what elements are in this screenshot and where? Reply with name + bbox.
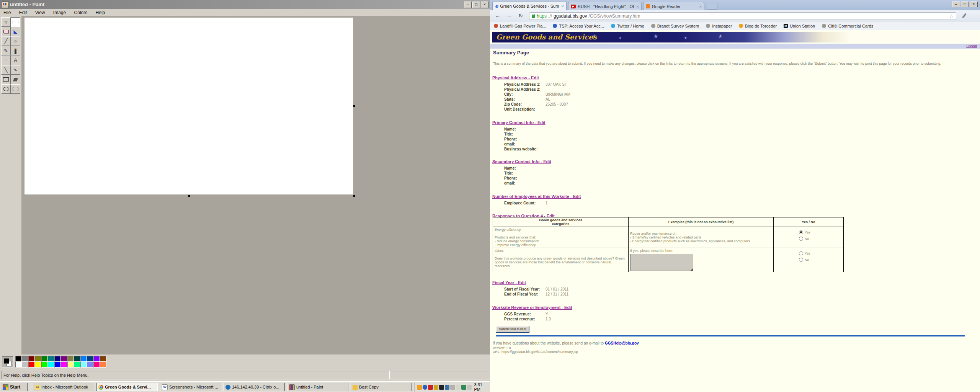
palette-color[interactable] bbox=[28, 362, 35, 368]
bookmark-instapaper[interactable]: Instapaper bbox=[706, 24, 732, 28]
palette-color[interactable] bbox=[80, 356, 87, 362]
back-button[interactable]: ← bbox=[493, 12, 502, 20]
palette-color[interactable] bbox=[41, 362, 48, 368]
help-email-link[interactable]: GGSHelp@bls.gov bbox=[605, 341, 639, 345]
paint-restore-button[interactable]: □ bbox=[472, 2, 480, 8]
palette-color[interactable] bbox=[28, 356, 35, 362]
describe-textarea[interactable]: ◢ bbox=[630, 254, 693, 271]
palette-color[interactable] bbox=[22, 356, 28, 362]
primary-contact-edit-link[interactable]: Primary Contact Info - Edit bbox=[492, 120, 546, 125]
tool-rounded-rectangle-button[interactable] bbox=[11, 84, 20, 94]
tool-fill-button[interactable]: ◣ bbox=[11, 27, 20, 36]
taskbar-clock[interactable]: 3:31 PM bbox=[474, 382, 489, 392]
menu-edit[interactable]: Edit bbox=[16, 9, 31, 16]
bookmark-star-icon[interactable]: ☆ bbox=[949, 13, 954, 19]
tray-display-icon[interactable] bbox=[445, 385, 450, 390]
worksite-revenue-edit-link[interactable]: Worksite Revenue or Employment - Edit bbox=[492, 305, 572, 310]
browser-close-button[interactable]: × bbox=[970, 2, 978, 7]
tray-reminder-icon[interactable] bbox=[417, 385, 422, 390]
canvas-resize-handle-right[interactable] bbox=[353, 105, 355, 107]
palette-color[interactable] bbox=[87, 362, 93, 368]
palette-color[interactable] bbox=[87, 356, 93, 362]
tray-messenger-icon[interactable] bbox=[423, 385, 428, 390]
fiscal-year-edit-link[interactable]: Fiscal Year - Edit bbox=[492, 280, 526, 285]
tab-youtube[interactable]: ▶ RUSH - "Headlong Flight" - Of × bbox=[568, 2, 642, 10]
taskbar-button-folder[interactable]: Best Copy bbox=[351, 383, 412, 391]
tab-green-goods[interactable]: e Green Goods & Services - Sum × bbox=[492, 1, 567, 10]
menu-view[interactable]: View bbox=[32, 9, 49, 16]
palette-color[interactable] bbox=[93, 362, 100, 368]
tool-polygon-button[interactable] bbox=[11, 75, 20, 84]
bookmark-twitter[interactable]: Twitter / Home bbox=[611, 24, 644, 28]
tool-eraser-button[interactable] bbox=[1, 27, 11, 36]
palette-color[interactable] bbox=[54, 356, 61, 362]
tool-ellipse-button[interactable] bbox=[1, 84, 11, 94]
tool-rectangle-button[interactable] bbox=[1, 75, 11, 84]
tool-brush-button[interactable] bbox=[11, 46, 20, 56]
paint-close-button[interactable]: × bbox=[481, 2, 488, 8]
tool-text-button[interactable]: A bbox=[11, 56, 20, 65]
tool-pick-color-button[interactable]: ╱ bbox=[1, 36, 11, 46]
bookmark-brandt[interactable]: Brandt Survey System bbox=[651, 24, 699, 28]
browser-minimize-button[interactable]: – bbox=[952, 2, 960, 7]
q4-row2-no-radio[interactable] bbox=[799, 258, 803, 262]
tray-volume-muted-icon[interactable] bbox=[450, 385, 455, 390]
tool-magnifier-button[interactable]: ○ bbox=[11, 36, 20, 46]
palette-color[interactable] bbox=[100, 362, 106, 368]
tray-lock-icon[interactable] bbox=[434, 385, 439, 390]
canvas-resize-handle-bottom[interactable] bbox=[188, 195, 190, 197]
start-button[interactable]: Start bbox=[1, 383, 28, 391]
employees-edit-link[interactable]: Number of Employees at this Worksite - E… bbox=[492, 194, 581, 199]
menu-colors[interactable]: Colors bbox=[71, 9, 91, 16]
menu-help[interactable]: Help bbox=[92, 9, 109, 16]
foreground-color-swatch[interactable] bbox=[4, 358, 9, 364]
wrench-menu-icon[interactable] bbox=[961, 13, 968, 19]
tool-select-button[interactable] bbox=[11, 17, 20, 27]
palette-color[interactable] bbox=[15, 356, 22, 362]
palette-color[interactable] bbox=[15, 362, 22, 368]
tool-airbrush-button[interactable]: ∴ bbox=[1, 56, 11, 65]
palette-color[interactable] bbox=[35, 362, 41, 368]
palette-color[interactable] bbox=[35, 356, 41, 362]
palette-color[interactable] bbox=[100, 356, 106, 362]
paint-canvas[interactable] bbox=[24, 18, 353, 194]
palette-color[interactable] bbox=[67, 356, 74, 362]
physical-address-edit-link[interactable]: Physical Address - Edit bbox=[492, 75, 539, 80]
bookmark-blog[interactable]: Blog do Torcedor bbox=[739, 24, 777, 28]
palette-color[interactable] bbox=[80, 362, 87, 368]
new-tab-button[interactable] bbox=[707, 3, 717, 10]
q4-row1-yes-radio[interactable] bbox=[799, 230, 803, 234]
menu-image[interactable]: Image bbox=[50, 9, 69, 16]
secondary-contact-edit-link[interactable]: Secondary Contact Info - Edit bbox=[492, 159, 551, 164]
taskbar-button-word[interactable]: W Screenshots - Microsoft ... bbox=[160, 383, 221, 391]
palette-color[interactable] bbox=[74, 362, 80, 368]
tray-pointer-icon[interactable] bbox=[467, 385, 472, 390]
palette-color[interactable] bbox=[41, 356, 48, 362]
bookmark-citi[interactable]: Citi® Commercial Cards bbox=[822, 24, 873, 28]
taskbar-button-chrome[interactable]: Green Goods & Servi... bbox=[96, 383, 158, 391]
reload-button[interactable]: ↻ bbox=[516, 12, 525, 20]
palette-color[interactable] bbox=[67, 362, 74, 368]
taskbar-button-paint[interactable]: untitled - Paint bbox=[287, 383, 348, 391]
palette-color[interactable] bbox=[48, 356, 54, 362]
tray-network-icon[interactable] bbox=[456, 385, 461, 390]
palette-color[interactable] bbox=[54, 362, 61, 368]
palette-color[interactable] bbox=[61, 356, 67, 362]
q4-row1-no-radio[interactable] bbox=[799, 237, 803, 241]
logout-link[interactable]: Logout bbox=[966, 44, 977, 49]
q4-row2-yes-radio[interactable] bbox=[799, 251, 803, 255]
palette-color[interactable] bbox=[93, 356, 100, 362]
canvas-resize-handle-corner[interactable] bbox=[353, 195, 355, 197]
menu-file[interactable]: File bbox=[0, 9, 14, 16]
bookmark-union-station[interactable]: MUnion Station bbox=[784, 24, 815, 28]
tool-curve-button[interactable]: ∿ bbox=[11, 65, 20, 75]
forward-button[interactable]: → bbox=[505, 12, 514, 20]
tool-free-form-select-button[interactable]: ☆ bbox=[1, 17, 11, 27]
tray-antivirus-icon[interactable] bbox=[428, 385, 433, 390]
taskbar-button-outlook[interactable]: ✉ Inbox - Microsoft Outlook bbox=[33, 383, 94, 391]
paint-minimize-button[interactable]: – bbox=[464, 2, 472, 8]
tray-shield-icon[interactable] bbox=[461, 385, 466, 390]
browser-restore-button[interactable]: □ bbox=[961, 2, 969, 7]
paint-titlebar[interactable]: untitled - Paint – □ × bbox=[0, 0, 490, 9]
bookmark-landfill[interactable]: Landfill Gas Power Pla... bbox=[494, 24, 546, 28]
